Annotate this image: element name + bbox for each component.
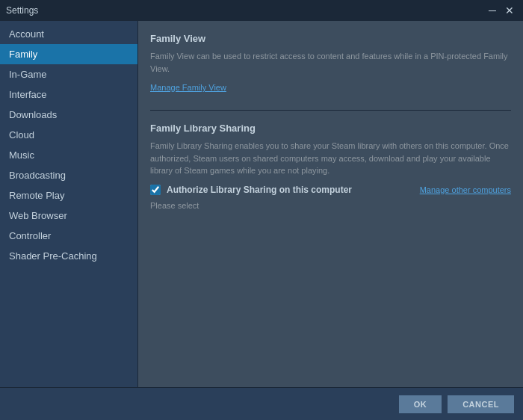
cancel-button[interactable]: CANCEL (448, 395, 514, 413)
sidebar-item-family[interactable]: Family (0, 44, 137, 64)
sidebar-item-remote-play[interactable]: Remote Play (0, 185, 137, 206)
family-library-description: Family Library Sharing enables you to sh… (150, 140, 511, 177)
window-title: Settings (6, 5, 38, 16)
family-view-title: Family View (150, 33, 511, 44)
authorize-row: Authorize Library Sharing on this comput… (150, 185, 511, 195)
sidebar-item-cloud[interactable]: Cloud (0, 125, 137, 145)
manage-family-view-link[interactable]: Manage Family View (150, 83, 226, 92)
content-area: Account Family In-Game Interface Downloa… (0, 21, 523, 387)
sidebar: Account Family In-Game Interface Downloa… (0, 21, 138, 387)
section-divider (150, 110, 511, 111)
sidebar-item-account[interactable]: Account (0, 24, 137, 44)
main-content: Family View Family View can be used to r… (138, 21, 523, 387)
sidebar-item-web-browser[interactable]: Web Browser (0, 206, 137, 226)
sidebar-item-controller[interactable]: Controller (0, 226, 137, 246)
footer: OK CANCEL (0, 387, 523, 420)
manage-other-computers-link[interactable]: Manage other computers (420, 185, 511, 194)
sidebar-item-in-game[interactable]: In-Game (0, 64, 137, 84)
family-library-title: Family Library Sharing (150, 123, 511, 134)
title-bar-controls: ─ ✕ (486, 5, 517, 16)
sidebar-item-shader-pre-caching[interactable]: Shader Pre-Caching (0, 246, 137, 266)
sidebar-item-downloads[interactable]: Downloads (0, 105, 137, 125)
family-library-section: Family Library Sharing Family Library Sh… (150, 123, 511, 210)
sidebar-item-music[interactable]: Music (0, 145, 137, 165)
please-select-text: Please select (150, 201, 511, 210)
sidebar-item-broadcasting[interactable]: Broadcasting (0, 165, 137, 185)
sidebar-item-interface[interactable]: Interface (0, 84, 137, 105)
minimize-button[interactable]: ─ (486, 5, 499, 16)
close-button[interactable]: ✕ (502, 5, 517, 16)
title-bar: Settings ─ ✕ (0, 0, 523, 21)
family-view-description: Family View can be used to restrict acce… (150, 50, 511, 75)
family-view-section: Family View Family View can be used to r… (150, 33, 511, 95)
settings-window: Settings ─ ✕ Account Family In-Game Inte… (0, 0, 523, 420)
ok-button[interactable]: OK (399, 395, 442, 413)
authorize-checkbox[interactable] (150, 185, 161, 195)
authorize-label: Authorize Library Sharing on this comput… (167, 185, 352, 195)
